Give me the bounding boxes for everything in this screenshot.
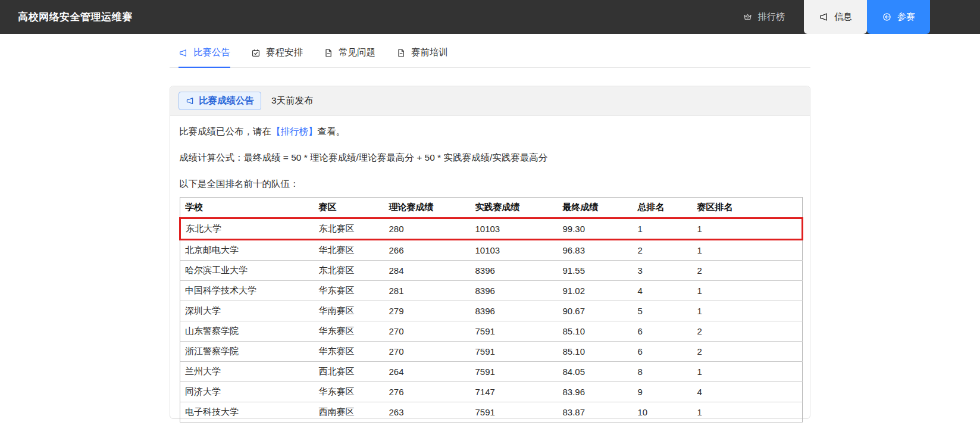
- cell-school: 东北大学: [180, 218, 314, 240]
- cell-rank: 5: [633, 301, 693, 321]
- announcement-formula: 成绩计算公式：最终成绩 = 50 * 理论赛成绩/理论赛最高分 + 50 * 实…: [179, 152, 801, 164]
- table-row: 深圳大学华南赛区279839690.6751: [180, 301, 803, 321]
- announcement-lead-in: 以下是全国排名前十的队伍：: [179, 178, 801, 190]
- cell-final: 83.87: [558, 402, 633, 423]
- cell-practice: 8396: [471, 301, 558, 321]
- cell-rank: 6: [633, 321, 693, 342]
- tab-label: 赛前培训: [411, 46, 448, 59]
- badge-label: 比赛成绩公告: [199, 95, 254, 107]
- publish-time: 3天前发布: [271, 95, 314, 107]
- cell-final: 96.83: [558, 240, 633, 261]
- leaderboard-link[interactable]: 【排行榜】: [271, 126, 318, 136]
- megaphone-icon: [179, 48, 188, 58]
- table-header-row: 学校 赛区 理论赛成绩 实践赛成绩 最终成绩 总排名 赛区排名: [180, 198, 803, 218]
- cell-rank: 1: [633, 218, 693, 240]
- topbar: 高校网络安全管理运维赛 排行榜 信息 参赛: [0, 0, 980, 34]
- document-icon: [396, 48, 406, 58]
- tab-schedule[interactable]: 赛程安排: [251, 46, 303, 67]
- line1-suffix: 查看。: [318, 126, 346, 136]
- cell-practice: 7591: [471, 342, 558, 362]
- cell-theory: 276: [384, 382, 471, 402]
- cell-region-rank: 2: [693, 342, 803, 362]
- calendar-check-icon: [251, 48, 261, 58]
- table-row: 东北大学东北赛区2801010399.3011: [180, 218, 803, 240]
- leaderboard-button[interactable]: 排行榜: [731, 0, 797, 34]
- cell-region: 西南赛区: [314, 402, 384, 423]
- cell-theory: 270: [384, 321, 471, 342]
- document-icon: [324, 48, 333, 58]
- cell-final: 91.55: [558, 261, 633, 281]
- enter-icon: [882, 12, 892, 22]
- cell-theory: 264: [384, 362, 471, 382]
- col-overall-rank: 总排名: [633, 198, 693, 218]
- cell-region-rank: 1: [693, 301, 803, 321]
- cell-practice: 10103: [471, 240, 558, 261]
- table-row: 北京邮电大学华北赛区2661010396.8321: [180, 240, 803, 261]
- cell-rank: 10: [633, 402, 693, 423]
- cell-theory: 263: [384, 402, 471, 423]
- cell-final: 85.10: [558, 321, 633, 342]
- cell-practice: 7591: [471, 321, 558, 342]
- megaphone-icon: [186, 96, 195, 105]
- cell-school: 同济大学: [180, 382, 314, 402]
- cell-rank: 4: [633, 281, 693, 301]
- line1-prefix: 比赛成绩已公布，请在: [179, 126, 271, 136]
- cell-rank: 8: [633, 362, 693, 382]
- tab-label: 比赛公告: [193, 46, 230, 59]
- cell-theory: 284: [384, 261, 471, 281]
- cell-practice: 8396: [471, 281, 558, 301]
- join-label: 参赛: [897, 11, 915, 23]
- cell-practice: 7591: [471, 362, 558, 382]
- tab-announcements[interactable]: 比赛公告: [179, 46, 230, 67]
- table-row: 浙江警察学院华东赛区270759185.1062: [180, 342, 803, 362]
- col-region-rank: 赛区排名: [693, 198, 803, 218]
- cell-rank: 9: [633, 382, 693, 402]
- cell-final: 99.30: [558, 218, 633, 240]
- cell-region: 华东赛区: [314, 382, 384, 402]
- cell-region: 华东赛区: [314, 281, 384, 301]
- col-final-score: 最终成绩: [558, 198, 633, 218]
- announcement-card-body: 比赛成绩已公布，请在【排行榜】查看。 成绩计算公式：最终成绩 = 50 * 理论…: [170, 116, 810, 437]
- cell-region-rank: 2: [693, 261, 803, 281]
- cell-school: 哈尔滨工业大学: [180, 261, 314, 281]
- cell-school: 北京邮电大学: [180, 240, 314, 261]
- main-content: 比赛公告 赛程安排 常见问题 赛前培训: [170, 46, 810, 419]
- cell-school: 中国科学技术大学: [180, 281, 314, 301]
- announcement-card-header: 比赛成绩公告 3天前发布: [170, 86, 810, 116]
- cell-practice: 10103: [471, 218, 558, 240]
- cell-rank: 3: [633, 261, 693, 281]
- cell-theory: 266: [384, 240, 471, 261]
- table-row: 山东警察学院华东赛区270759185.1062: [180, 321, 803, 342]
- cell-final: 84.05: [558, 362, 633, 382]
- cell-final: 90.67: [558, 301, 633, 321]
- cell-practice: 7591: [471, 402, 558, 423]
- join-button[interactable]: 参赛: [867, 0, 930, 34]
- tab-faq[interactable]: 常见问题: [324, 46, 375, 67]
- table-row: 同济大学华东赛区276714783.9694: [180, 382, 803, 402]
- topbar-actions: 排行榜 信息 参赛: [731, 0, 930, 34]
- cell-school: 兰州大学: [180, 362, 314, 382]
- announcement-card: 比赛成绩公告 3天前发布 比赛成绩已公布，请在【排行榜】查看。 成绩计算公式：最…: [170, 86, 810, 419]
- megaphone-icon: [819, 12, 829, 22]
- cell-final: 91.02: [558, 281, 633, 301]
- col-practice-score: 实践赛成绩: [471, 198, 558, 218]
- announcement-line-1: 比赛成绩已公布，请在【排行榜】查看。: [179, 126, 801, 138]
- cell-region: 西北赛区: [314, 362, 384, 382]
- cell-region-rank: 1: [693, 218, 803, 240]
- cell-school: 电子科技大学: [180, 402, 314, 423]
- info-button[interactable]: 信息: [804, 0, 867, 34]
- cell-region-rank: 1: [693, 362, 803, 382]
- tab-bar: 比赛公告 赛程安排 常见问题 赛前培训: [170, 46, 810, 68]
- cell-practice: 8396: [471, 261, 558, 281]
- cell-theory: 281: [384, 281, 471, 301]
- cell-school: 深圳大学: [180, 301, 314, 321]
- tab-training[interactable]: 赛前培训: [396, 46, 448, 67]
- col-school: 学校: [180, 198, 314, 218]
- site-title: 高校网络安全管理运维赛: [18, 10, 133, 24]
- cell-school: 浙江警察学院: [180, 342, 314, 362]
- cell-theory: 279: [384, 301, 471, 321]
- cell-region-rank: 1: [693, 240, 803, 261]
- cell-final: 85.10: [558, 342, 633, 362]
- cell-region: 东北赛区: [314, 261, 384, 281]
- cell-region-rank: 4: [693, 382, 803, 402]
